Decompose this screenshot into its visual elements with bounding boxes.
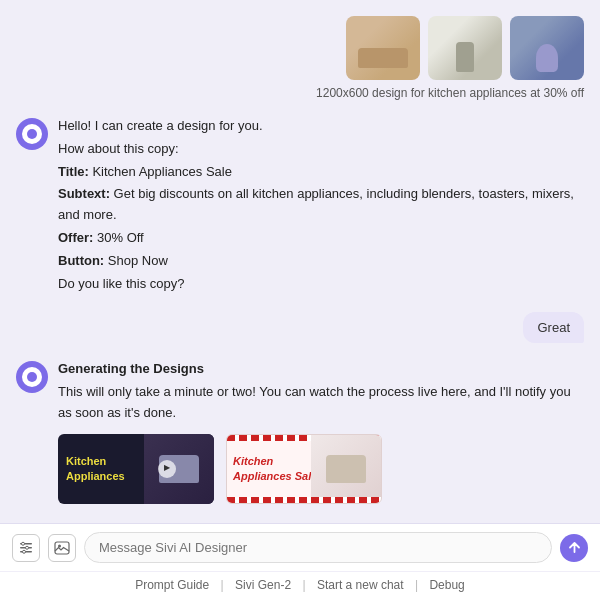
message-input[interactable]	[84, 532, 552, 563]
generating-title: Generating the Designs	[58, 359, 584, 380]
generating-desc: This will only take a minute or two! You…	[58, 382, 584, 424]
play-button-dark[interactable]: ▶	[158, 460, 176, 478]
svg-point-5	[23, 550, 26, 553]
thumb-blender	[428, 16, 502, 80]
user-message-row: Great	[16, 312, 584, 343]
bot-avatar-2	[16, 361, 48, 393]
bot-line-subtext: Subtext: Get big discounts on all kitche…	[58, 184, 584, 226]
footer-link-new-chat[interactable]: Start a new chat	[317, 578, 404, 592]
input-bar	[0, 523, 600, 571]
bot-message-1: Hello! I can create a design for you. Ho…	[16, 116, 584, 296]
bot-line-title: Title: Kitchen Appliances Sale	[58, 162, 584, 183]
bot-avatar-inner	[22, 124, 42, 144]
bot-line-question: Do you like this copy?	[58, 274, 584, 295]
svg-point-4	[26, 546, 29, 549]
generating-section: Generating the Designs This will only ta…	[16, 359, 584, 503]
bot-avatar-inner-2	[22, 367, 42, 387]
dark-card-text: KitchenAppliances	[66, 454, 125, 483]
thumb-toaster	[346, 16, 420, 80]
bot-line-offer: Offer: 30% Off	[58, 228, 584, 249]
footer-link-prompt-guide[interactable]: Prompt Guide	[135, 578, 209, 592]
bot-line-1: Hello! I can create a design for you.	[58, 116, 584, 137]
image-icon[interactable]	[48, 534, 76, 562]
dark-card-image	[144, 434, 214, 504]
chat-area: 1200x600 design for kitchen appliances a…	[0, 0, 600, 523]
svg-point-3	[22, 542, 25, 545]
design-card-dark: KitchenAppliances ▶	[58, 434, 214, 504]
footer-link-debug[interactable]: Debug	[429, 578, 464, 592]
image-preview-label: 1200x600 design for kitchen appliances a…	[16, 86, 584, 100]
footer-link-sivi-gen2[interactable]: Sivi Gen-2	[235, 578, 291, 592]
send-button[interactable]	[560, 534, 588, 562]
settings-icon[interactable]	[12, 534, 40, 562]
footer-links: Prompt Guide | Sivi Gen-2 | Start a new …	[0, 571, 600, 600]
bot-text-1: Hello! I can create a design for you. Ho…	[58, 116, 584, 296]
thumb-mixer	[510, 16, 584, 80]
image-preview-row	[16, 16, 584, 80]
design-card-light: KitchenAppliances Sale	[226, 434, 382, 504]
bot-avatar	[16, 118, 48, 150]
bot-line-button: Button: Shop Now	[58, 251, 584, 272]
bot-line-2: How about this copy:	[58, 139, 584, 160]
user-bubble: Great	[523, 312, 584, 343]
generating-text: Generating the Designs This will only ta…	[58, 359, 584, 503]
light-card-text: KitchenAppliances Sale	[233, 454, 317, 483]
svg-rect-6	[55, 542, 69, 554]
light-card-image	[311, 435, 381, 503]
design-cards-row: KitchenAppliances ▶ KitchenAppliances Sa…	[58, 434, 584, 504]
